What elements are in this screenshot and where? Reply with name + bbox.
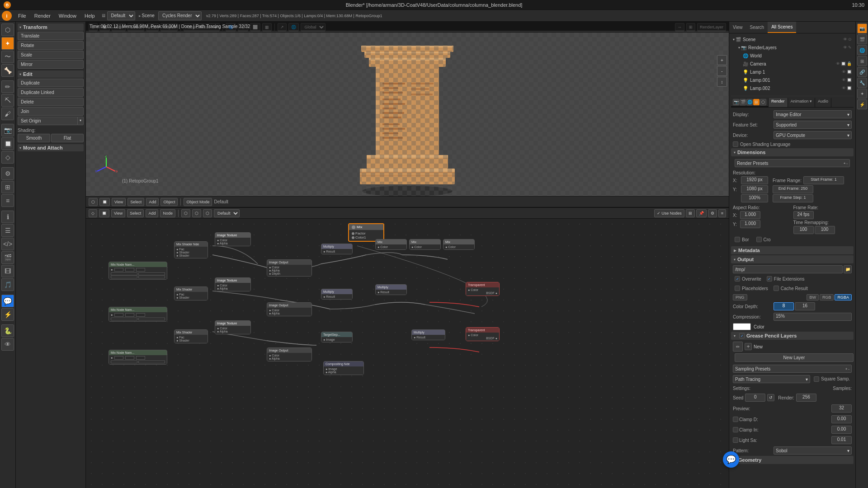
footer-select-btn[interactable]: Select xyxy=(127,198,144,206)
asp-y-field[interactable]: 1.000 xyxy=(740,220,760,228)
compression-value[interactable]: 15% xyxy=(774,313,852,321)
frame-step-field[interactable]: Frame Step: 1 xyxy=(773,194,813,202)
preset-remove-icon[interactable]: - xyxy=(846,161,848,165)
l002-render-icon[interactable]: 🔲 xyxy=(847,86,852,90)
render-samples-field[interactable]: 256 xyxy=(796,394,816,402)
tree-world[interactable]: 🌐 World xyxy=(731,52,854,60)
node-compositing[interactable]: Compositing Nde ● Image ● Alpha xyxy=(323,361,364,375)
tool-compositor[interactable]: 🔲 xyxy=(1,137,14,150)
rt-render-btn[interactable]: 📷 xyxy=(857,23,867,33)
node-canvas[interactable]: Mix Factor Color1 Mix Shader Nde xyxy=(86,219,729,488)
footer-icon2-btn[interactable]: 🔲 xyxy=(99,198,110,206)
feature-set-dropdown[interactable]: Supported ▾ xyxy=(774,121,852,129)
node-right-1[interactable]: Mix ● Color xyxy=(375,239,407,250)
node-far-left-2[interactable]: Mix Node Nam... ● xyxy=(108,307,167,322)
preview-field[interactable]: 32 xyxy=(831,404,852,413)
cache-result-check[interactable] xyxy=(774,286,779,291)
node-tex-1[interactable]: Image Texture ● Color ● Alpha xyxy=(215,232,251,246)
clamp-d-field[interactable]: 0.00 xyxy=(831,415,852,423)
node-add-btn[interactable]: Add xyxy=(146,209,158,217)
flat-btn[interactable]: Flat xyxy=(51,134,84,142)
asp-x-field[interactable]: 1.000 xyxy=(740,211,760,219)
rt-modifier-btn[interactable]: 🔧 xyxy=(857,78,867,88)
clamp-in-check[interactable] xyxy=(733,427,738,432)
node-select-btn[interactable]: Select xyxy=(127,209,144,217)
tool-userprefs[interactable]: ☰ xyxy=(1,224,14,237)
animation-tab[interactable]: Animation ▾ xyxy=(788,98,816,107)
menu-render[interactable]: Render xyxy=(31,12,54,19)
tool-python[interactable]: 🐍 xyxy=(1,324,14,337)
cam-lock-icon[interactable]: 🔒 xyxy=(847,61,852,66)
zoom-out-btn[interactable]: - xyxy=(717,66,727,76)
render-props-icon[interactable]: 📷 xyxy=(733,99,739,105)
tree-eye-icon[interactable]: 👁 xyxy=(843,37,847,42)
duplicate-btn[interactable]: Duplicate xyxy=(18,79,84,87)
cam-eye-icon[interactable]: 👁 xyxy=(836,61,840,66)
mirror-btn[interactable]: Mirror xyxy=(18,60,84,69)
node-right-2[interactable]: Mix ● Color xyxy=(409,239,441,250)
tool-clips[interactable]: 🎞 xyxy=(1,265,14,277)
grease-pencil-header[interactable]: ▾ ✓ Grease Pencil Layers xyxy=(731,332,854,340)
open-shading-check[interactable] xyxy=(733,141,738,147)
node-mid-2[interactable]: Image Output ● Color ● Alpha xyxy=(267,302,312,316)
gp-check[interactable]: ✓ xyxy=(739,333,745,338)
scene-props-icon[interactable]: 🎬 xyxy=(740,99,746,105)
color-depth-16[interactable]: 16 xyxy=(795,302,815,310)
l002-eye-icon[interactable]: 👁 xyxy=(842,86,846,90)
sampling-presets-dropdown[interactable]: Sampling Presets + - xyxy=(733,365,852,373)
placeholders-check[interactable] xyxy=(735,286,740,291)
frame-start-field[interactable]: Start Frame: 1 xyxy=(803,176,844,184)
tree-lamp002[interactable]: 💡 Lamp.002 👁 🔲 xyxy=(731,84,854,92)
color-depth-8[interactable]: 8 xyxy=(774,302,794,310)
pan-btn[interactable]: ↕ xyxy=(717,77,727,87)
l001-render-icon[interactable]: 🔲 xyxy=(847,78,852,82)
tool-outliner[interactable]: ≡ xyxy=(1,194,14,207)
frame-end-field[interactable]: End Frame: 250 xyxy=(773,185,813,193)
render-presets-dropdown[interactable]: Render Presets + - xyxy=(735,159,850,167)
tool-video[interactable]: 🎬 xyxy=(1,251,14,264)
menu-help[interactable]: Help xyxy=(81,12,99,19)
node-btn3[interactable]: ⬡ xyxy=(203,209,212,217)
footer-object-btn[interactable]: Object xyxy=(160,198,178,206)
gp-add-btn[interactable]: + xyxy=(745,343,752,350)
delete-btn[interactable]: Delete xyxy=(18,98,84,106)
rt-scene-btn[interactable]: 🎬 xyxy=(857,34,867,44)
pattern-dropdown[interactable]: Sobol ▾ xyxy=(774,446,852,455)
footer-mode-btn[interactable]: Object Mode xyxy=(184,198,212,206)
l1-render-icon[interactable]: 🔲 xyxy=(847,70,852,74)
node-node-btn[interactable]: Node xyxy=(160,209,175,217)
material-props-icon[interactable]: ⬡ xyxy=(760,99,766,105)
node-tex-3[interactable]: Image Texture ● Color ● Alpha xyxy=(215,320,251,334)
transform-header[interactable]: ▾ Transform xyxy=(18,23,84,31)
zoom-in-btn[interactable]: + xyxy=(717,55,727,65)
object-props-icon[interactable]: ⊞ xyxy=(753,99,760,105)
footer-view-btn[interactable]: View xyxy=(112,198,126,206)
res-x-field[interactable]: 1920 px xyxy=(741,176,768,184)
path-tracing-dropdown[interactable]: Path Tracing ▾ xyxy=(733,375,810,383)
node-mix-1[interactable]: Multiply ● Result xyxy=(321,244,353,254)
rotate-btn[interactable]: Rotate xyxy=(18,41,84,50)
rt-constraints-btn[interactable]: 🔗 xyxy=(857,67,867,77)
fps-field[interactable]: 24 fps xyxy=(793,211,814,219)
menu-window[interactable]: Window xyxy=(55,12,80,19)
seed-shuffle-btn[interactable]: ↺ xyxy=(767,394,774,401)
samp-remove[interactable]: - xyxy=(848,367,849,371)
rt-world-btn[interactable]: 🌐 xyxy=(857,45,867,55)
samp-add[interactable]: + xyxy=(845,367,848,371)
node-right-3[interactable]: Mix ● Color xyxy=(443,239,475,250)
metadata-header[interactable]: ▶ Metadata xyxy=(731,246,854,254)
light-sa-field[interactable]: 0.01 xyxy=(831,436,852,444)
tab-search[interactable]: Search xyxy=(746,22,768,33)
border-check[interactable] xyxy=(735,237,740,242)
light-sa-check[interactable] xyxy=(733,437,738,443)
node-group-btn[interactable]: ⊞ xyxy=(686,209,695,217)
tool-logic[interactable]: ⚙ xyxy=(1,167,14,180)
node-use-nodes-btn[interactable]: ✓ Use Nodes xyxy=(654,209,684,217)
rt-object-btn[interactable]: ⊞ xyxy=(857,56,867,66)
node-multiply-3[interactable]: Multiply ● Result xyxy=(375,284,407,295)
output-header[interactable]: ▾ Output xyxy=(731,255,854,263)
translate-btn[interactable]: Translate xyxy=(18,32,84,40)
node-misc-btn[interactable]: ⚙ xyxy=(708,209,717,217)
node-bottom-1[interactable]: Image Output ● Color ● Alpha xyxy=(267,347,312,361)
node-far-left-1[interactable]: Mix Node Nam... ● xyxy=(108,262,167,280)
